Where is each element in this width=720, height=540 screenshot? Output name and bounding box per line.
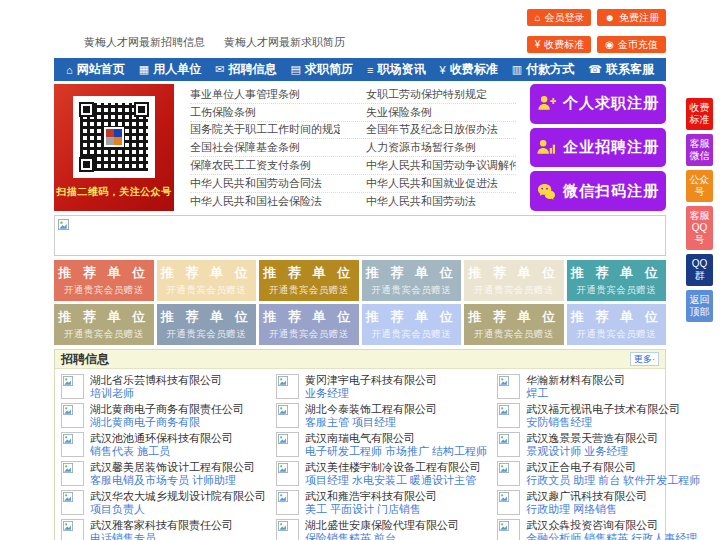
- latest-resumes-link[interactable]: 黄梅人才网最新求职简历: [224, 36, 345, 48]
- company-logo-placeholder: [61, 519, 84, 540]
- rail-fee-standard[interactable]: 收费标准: [686, 98, 713, 130]
- company-name-link[interactable]: 武汉逸景景天营造有限公司: [526, 432, 658, 445]
- company-name-link[interactable]: 湖北黄商电子商务有限责任公司: [90, 403, 244, 416]
- recommend-unit-card[interactable]: 推 荐 单 位 开通贵宾会员赠送: [157, 260, 257, 301]
- policy-link[interactable]: 失业保险条例: [366, 105, 516, 120]
- company-name-link[interactable]: 武汉趣广讯科技有限公司: [526, 490, 647, 503]
- recommend-unit-card[interactable]: 推 荐 单 位 开通贵宾会员赠送: [464, 304, 564, 345]
- personal-register-button[interactable]: 个人求职注册: [530, 84, 666, 124]
- job-position-links[interactable]: 安防销售经理: [526, 416, 680, 429]
- policy-links-panel: 事业单位人事管理条例 女职工劳动保护特别规定 工伤保险条例 失业保险条例 国务院…: [176, 84, 528, 211]
- policy-link[interactable]: 事业单位人事管理条例: [190, 87, 340, 102]
- nav-item-fee-standard[interactable]: ¥ 收费标准: [440, 61, 498, 78]
- recommend-unit-card[interactable]: 推 荐 单 位 开通贵宾会员赠送: [567, 260, 667, 301]
- recommend-unit-card[interactable]: 推 荐 单 位 开通贵宾会员赠送: [157, 304, 257, 345]
- policy-link[interactable]: 中华人民共和国社会保险法: [190, 194, 340, 209]
- recommend-unit-card[interactable]: 推 荐 单 位 开通贵宾会员赠送: [259, 260, 359, 301]
- rail-back-to-top[interactable]: 返回顶部: [686, 290, 713, 322]
- recommend-unit-card[interactable]: 推 荐 单 位 开通贵宾会员赠送: [567, 304, 667, 345]
- company-logo-placeholder: [61, 432, 84, 457]
- top-seo-links: 黄梅人才网最新招聘信息 黄梅人才网最新求职简历: [84, 35, 361, 50]
- company-name-link[interactable]: 武汉众犇投资咨询有限公司: [526, 519, 697, 532]
- nav-item-employers[interactable]: ▦ 用人单位: [139, 61, 201, 78]
- job-position-links[interactable]: 保险销售精英 前台: [305, 532, 459, 540]
- top-account-buttons: ⌂ 会员登录 ☻ 免费注册 ¥ 收费标准 ◉ 金币充值: [527, 9, 666, 53]
- job-position-links[interactable]: 电话销售专员: [90, 532, 233, 540]
- more-jobs-link[interactable]: 更多·: [630, 352, 659, 366]
- policy-link[interactable]: 女职工劳动保护特别规定: [366, 87, 516, 102]
- message-icon: ✉: [215, 63, 224, 76]
- company-name-link[interactable]: 华瀚新材料有限公司: [526, 374, 625, 387]
- nav-item-contact-service[interactable]: ☎ 联系客服: [588, 61, 654, 78]
- coin-recharge-button[interactable]: ◉ 金币充值: [597, 36, 666, 53]
- job-position-links[interactable]: 项目经理 水电安装工 暖通设计主管: [305, 474, 481, 487]
- job-position-links[interactable]: 行政助理 网络销售: [526, 503, 647, 516]
- company-logo-placeholder: [497, 490, 520, 515]
- fee-standard-button[interactable]: ¥ 收费标准: [527, 36, 591, 53]
- job-listing: 武汉池池通环保科技有限公司 销售代表 施工员: [61, 430, 266, 459]
- policy-link[interactable]: 全国社会保障基金条例: [190, 140, 340, 155]
- company-name-link[interactable]: 武汉南瑞电气有限公司: [305, 432, 487, 445]
- job-position-links[interactable]: 培训老师: [90, 387, 222, 400]
- company-name-link[interactable]: 武汉福元视讯电子技术有限公司: [526, 403, 680, 416]
- job-position-links[interactable]: 销售代表 施工员: [90, 445, 233, 458]
- job-position-links[interactable]: 客服电销及市场专员 计师助理: [90, 474, 255, 487]
- rail-service-wechat[interactable]: 客服微信: [686, 134, 713, 166]
- job-position-links[interactable]: 业务经理: [305, 387, 437, 400]
- policy-link[interactable]: 中华人民共和国就业促进法: [366, 176, 516, 191]
- company-name-link[interactable]: 湖北盛世安康保险代理有限公司: [305, 519, 459, 532]
- job-position-links[interactable]: 景观设计师 业务经理: [526, 445, 658, 458]
- company-name-link[interactable]: 武汉和雍浩宇科技有限公司: [305, 490, 437, 503]
- job-position-links[interactable]: 客服主管 项目经理: [305, 416, 437, 429]
- job-position-links[interactable]: 焊工: [526, 387, 625, 400]
- job-position-links[interactable]: 金融分析师 销售精英 行政人事经理: [526, 532, 697, 540]
- rail-service-qq[interactable]: 客服QQ号: [686, 206, 713, 250]
- recommend-title: 推 荐 单 位: [571, 264, 662, 282]
- company-name-link[interactable]: 武汉华农大城乡规划设计院有限公司: [90, 490, 266, 503]
- nav-item-payment[interactable]: ▥ 付款方式: [512, 61, 574, 78]
- company-name-link[interactable]: 武汉馨美居装饰设计工程有限公司: [90, 461, 255, 474]
- policy-row: 国务院关于职工工作时间的规定 全国年节及纪念日放假办法: [190, 122, 516, 140]
- nav-item-job-info[interactable]: ✉ 招聘信息: [215, 61, 276, 78]
- company-register-button[interactable]: 企业招聘注册: [530, 128, 666, 168]
- job-position-links[interactable]: 行政文员 助理 前台 软件开发工程师: [526, 474, 700, 487]
- policy-link[interactable]: 中华人民共和国劳动法: [366, 194, 516, 209]
- company-name-link[interactable]: 武汉雅客家科技有限责任公司: [90, 519, 233, 532]
- policy-link[interactable]: 全国年节及纪念日放假办法: [366, 122, 516, 137]
- rail-official-account[interactable]: 公众号: [686, 170, 713, 202]
- recommend-unit-card[interactable]: 推 荐 单 位 开通贵宾会员赠送: [362, 260, 462, 301]
- free-register-button[interactable]: ☻ 免费注册: [597, 9, 666, 26]
- recommend-unit-card[interactable]: 推 荐 单 位 开通贵宾会员赠送: [259, 304, 359, 345]
- policy-link[interactable]: 保障农民工工资支付条例: [190, 158, 340, 173]
- company-name-link[interactable]: 武汉正合电子有限公司: [526, 461, 700, 474]
- company-name-link[interactable]: 武汉池池通环保科技有限公司: [90, 432, 233, 445]
- company-name-link[interactable]: 湖北省乐芸博科技有限公司: [90, 374, 222, 387]
- recommend-unit-card[interactable]: 推 荐 单 位 开通贵宾会员赠送: [362, 304, 462, 345]
- job-position-links[interactable]: 项目负责人: [90, 503, 266, 516]
- policy-link[interactable]: 人力资源市场暂行条例: [366, 140, 516, 155]
- recommend-unit-card[interactable]: 推 荐 单 位 开通贵宾会员赠送: [54, 304, 154, 345]
- job-listing: 武汉华农大城乡规划设计院有限公司 项目负责人: [61, 488, 266, 517]
- company-name-link[interactable]: 湖北今泰装饰工程有限公司: [305, 403, 437, 416]
- job-position-links[interactable]: 美工 平面设计 门店销售: [305, 503, 437, 516]
- job-position-links[interactable]: 电子研发工程师 市场推广 结构工程师: [305, 445, 487, 458]
- banner-placeholder[interactable]: [54, 215, 666, 256]
- wechat-register-button[interactable]: 微信扫码注册: [530, 171, 666, 211]
- policy-link[interactable]: 工伤保险条例: [190, 105, 340, 120]
- policy-link[interactable]: 中华人民共和国劳动争议调解仲裁法: [366, 158, 516, 173]
- free-register-label: 免费注册: [619, 11, 659, 25]
- rail-qq-group[interactable]: QQ群: [686, 254, 713, 286]
- member-login-button[interactable]: ⌂ 会员登录: [527, 9, 591, 26]
- policy-link[interactable]: 中华人民共和国劳动合同法: [190, 176, 340, 191]
- nav-item-workplace-news[interactable]: ≡ 职场资讯: [367, 61, 425, 78]
- job-position-links[interactable]: 湖北黄商电子商务有限: [90, 416, 244, 429]
- policy-link[interactable]: 国务院关于职工工作时间的规定: [190, 122, 340, 137]
- company-name-link[interactable]: 武汉美佳楼宇制冷设备工程有限公司: [305, 461, 481, 474]
- nav-item-home[interactable]: ⌂ 网站首页: [66, 61, 125, 78]
- job-listing: 湖北省乐芸博科技有限公司 培训老师: [61, 372, 266, 401]
- nav-item-resumes[interactable]: ▤ 求职简历: [291, 61, 353, 78]
- latest-jobs-link[interactable]: 黄梅人才网最新招聘信息: [84, 36, 205, 48]
- recommend-unit-card[interactable]: 推 荐 单 位 开通贵宾会员赠送: [464, 260, 564, 301]
- recommend-unit-card[interactable]: 推 荐 单 位 开通贵宾会员赠送: [54, 260, 154, 301]
- company-name-link[interactable]: 黄冈津宇电子科技有限公司: [305, 374, 437, 387]
